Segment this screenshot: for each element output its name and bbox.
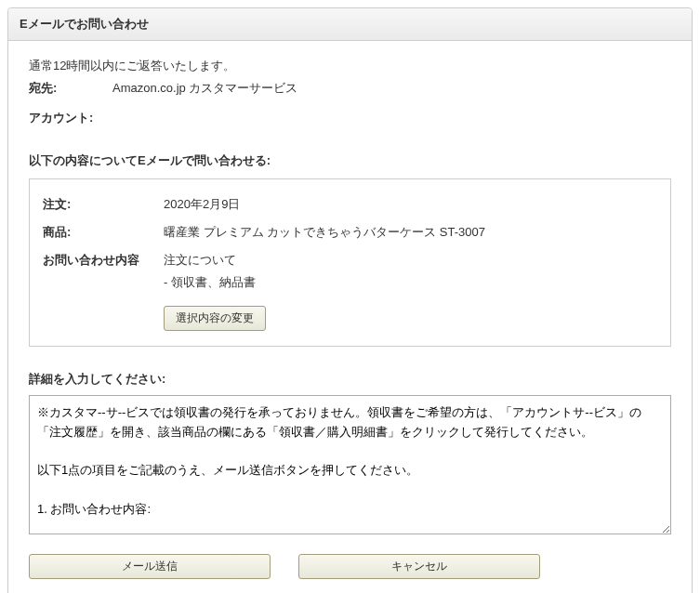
order-date-value: 2020年2月9日 — [164, 196, 657, 213]
account-label: アカウント: — [29, 110, 671, 126]
inquiry-content-main: 注文について — [164, 252, 657, 269]
panel-title: Eメールでお問い合わせ — [8, 8, 692, 41]
send-email-button[interactable]: メール送信 — [29, 554, 271, 579]
change-selection-button[interactable]: 選択内容の変更 — [164, 306, 266, 331]
order-box: 注文: 2020年2月9日 商品: 曙産業 プレミアム カットできちゃうバターケ… — [29, 178, 671, 347]
inquiry-content-row: お問い合わせ内容 注文について - 領収書、納品書 — [43, 246, 657, 296]
to-row: 宛先: Amazon.co.jp カスタマーサービス — [29, 80, 671, 97]
order-date-row: 注文: 2020年2月9日 — [43, 191, 657, 218]
product-value: 曙産業 プレミアム カットできちゃうバターケース ST-3007 — [164, 224, 657, 241]
response-time-text: 通常12時間以内にご返答いたします。 — [29, 58, 671, 74]
inquiry-content-value: 注文について - 領収書、納品書 — [164, 252, 657, 291]
product-row: 商品: 曙産業 プレミアム カットできちゃうバターケース ST-3007 — [43, 218, 657, 246]
change-button-wrap: 選択内容の変更 — [43, 296, 657, 331]
order-date-label: 注文: — [43, 196, 164, 213]
details-textarea[interactable] — [29, 395, 671, 534]
panel-body: 通常12時間以内にご返答いたします。 宛先: Amazon.co.jp カスタマ… — [8, 41, 692, 593]
cancel-button[interactable]: キャンセル — [298, 554, 540, 579]
action-row: メール送信 キャンセル — [29, 554, 671, 579]
inquiry-content-label: お問い合わせ内容 — [43, 252, 164, 269]
product-label: 商品: — [43, 224, 164, 241]
inquiry-intro: 以下の内容についてEメールで問い合わせる: — [29, 152, 671, 169]
to-label: 宛先: — [29, 80, 112, 97]
details-label: 詳細を入力してください: — [29, 371, 671, 388]
contact-panel: Eメールでお問い合わせ 通常12時間以内にご返答いたします。 宛先: Amazo… — [7, 7, 693, 593]
to-value: Amazon.co.jp カスタマーサービス — [112, 80, 297, 97]
inquiry-content-sub: - 領収書、納品書 — [164, 274, 657, 291]
